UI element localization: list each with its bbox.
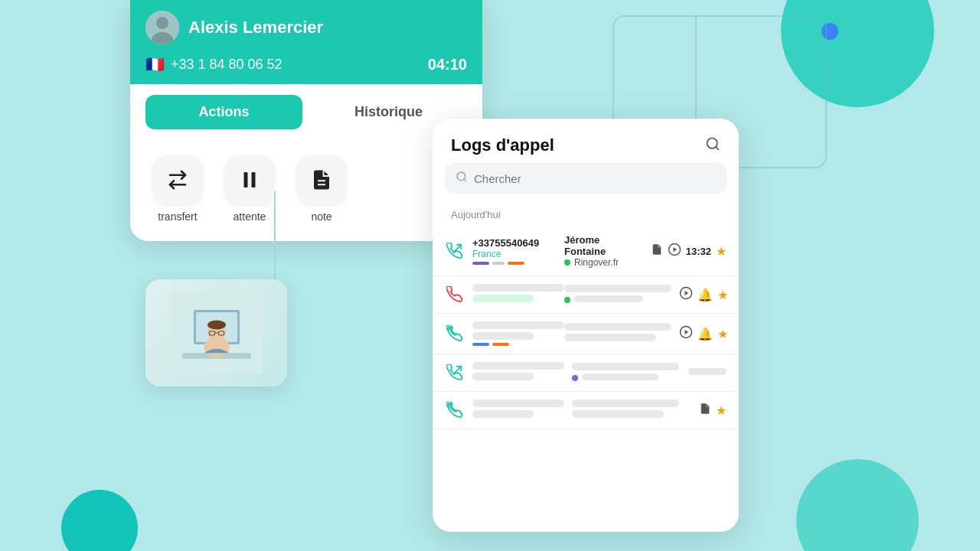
number-text: +33 1 84 80 06 52 (171, 57, 283, 73)
call-timer: 04:10 (428, 56, 467, 73)
log-source: Ringover.fr (574, 257, 619, 268)
skeleton-bar (572, 410, 664, 418)
log-actions-col (688, 368, 727, 378)
search-input[interactable] (474, 172, 716, 185)
connector-line (274, 191, 276, 291)
svg-marker-29 (685, 330, 689, 334)
action-note: note (297, 155, 346, 223)
status-dot (564, 259, 570, 266)
skeleton-bar (472, 373, 534, 380)
tag-orange (508, 262, 524, 265)
phone-card-header: Alexis Lemercier (130, 0, 482, 55)
log-contact-sub: Ringover.fr (564, 257, 643, 268)
logs-title: Logs d'appel (451, 135, 554, 155)
skeleton-bar (572, 399, 679, 407)
tag-purple (472, 262, 489, 265)
log-number-col (472, 399, 564, 421)
note-indicator-small (699, 403, 711, 418)
log-item[interactable]: ★ (433, 392, 739, 429)
flag-icon: 🇫🇷 (145, 55, 165, 73)
person-image (145, 279, 287, 386)
skeleton-bar (572, 363, 679, 370)
tag-dash (492, 262, 505, 265)
note-icon-small (699, 403, 711, 415)
star-icon[interactable]: ★ (717, 327, 728, 341)
log-item[interactable]: 🔔 ★ (433, 276, 739, 314)
skeleton-bar (574, 295, 643, 302)
phone-sub-row: 🇫🇷 +33 1 84 80 06 52 04:10 (130, 55, 482, 84)
log-actions-col: ★ (699, 403, 727, 418)
transfer-icon (166, 168, 189, 191)
skeleton-bar (564, 334, 656, 341)
transfert-button[interactable] (153, 155, 202, 204)
tag-blue (472, 343, 489, 346)
play-button[interactable] (679, 286, 693, 303)
bell-icon[interactable]: 🔔 (697, 288, 713, 302)
bg-circle-teal-small (61, 490, 138, 551)
call-icon-missed (445, 285, 465, 305)
tab-actions[interactable]: Actions (145, 95, 302, 129)
note-indicator (651, 243, 663, 259)
status-dot-purple (572, 375, 578, 381)
actions-row: transfert attente note (130, 140, 482, 241)
svg-marker-24 (673, 247, 677, 252)
note-button[interactable] (297, 155, 346, 204)
log-actions-col: 13:32 ★ (651, 243, 727, 259)
play-icon (679, 286, 693, 300)
play-icon (679, 325, 693, 339)
call-icon-inbound (445, 324, 465, 344)
attente-button[interactable] (225, 155, 274, 204)
star-icon[interactable]: ★ (717, 288, 728, 302)
star-icon[interactable]: ★ (716, 244, 727, 259)
call-icon-inbound2 (445, 400, 465, 420)
svg-point-14 (207, 321, 226, 330)
log-item[interactable] (433, 354, 739, 392)
phone-outbound-icon (446, 243, 463, 259)
skeleton-bar (472, 332, 534, 340)
transfert-label: transfert (158, 210, 197, 223)
skeleton-bar (472, 321, 564, 329)
log-contact-col (564, 285, 671, 305)
log-country: France (472, 249, 557, 259)
svg-point-1 (156, 17, 168, 29)
log-contact-col (564, 323, 671, 344)
log-actions-col: 🔔 ★ (679, 286, 728, 303)
note-small-icon (651, 243, 663, 256)
log-time: 13:32 (686, 246, 711, 257)
skeleton-bar (564, 323, 671, 331)
log-contact-col: Jérome Fontaine Ringover.fr (564, 234, 643, 268)
note-icon (310, 168, 333, 191)
phone-outbound2-icon (446, 364, 463, 381)
star-icon[interactable]: ★ (716, 403, 727, 418)
log-contact-col (572, 399, 691, 421)
call-logs-panel: Logs d'appel Aujourd'hui +337 (433, 119, 739, 532)
play-button[interactable] (679, 325, 693, 342)
log-item[interactable]: +33755540649 France Jérome Fontaine Ring… (433, 227, 739, 276)
svg-line-19 (716, 146, 719, 149)
log-item[interactable]: 🔔 ★ (433, 314, 739, 354)
bell-icon[interactable]: 🔔 (697, 327, 713, 341)
action-attente: attente (225, 155, 274, 223)
log-actions-col: 🔔 ★ (679, 325, 728, 342)
skeleton-bar (688, 368, 727, 375)
phone-number: 🇫🇷 +33 1 84 80 06 52 (145, 55, 283, 73)
tabs-row: Actions Historique (130, 84, 482, 140)
phone-card: Alexis Lemercier 🇫🇷 +33 1 84 80 06 52 04… (130, 0, 482, 241)
skeleton-bar (472, 284, 564, 292)
note-label: note (311, 210, 332, 223)
skeleton-bar (582, 373, 658, 380)
play-button[interactable] (668, 243, 681, 259)
call-icon-outbound2 (445, 363, 465, 383)
contact-name: Alexis Lemercier (188, 18, 467, 37)
phone-inbound-icon (446, 325, 463, 342)
search-input-icon (456, 171, 468, 183)
log-number-col (472, 362, 564, 383)
person-card (145, 279, 287, 386)
svg-point-20 (457, 172, 466, 181)
logs-search-button[interactable] (705, 136, 720, 155)
phone-missed-icon (446, 286, 463, 303)
avatar (145, 11, 179, 44)
skeleton-bar (472, 362, 564, 370)
log-number-col (472, 284, 557, 305)
tag-orange (492, 343, 509, 346)
